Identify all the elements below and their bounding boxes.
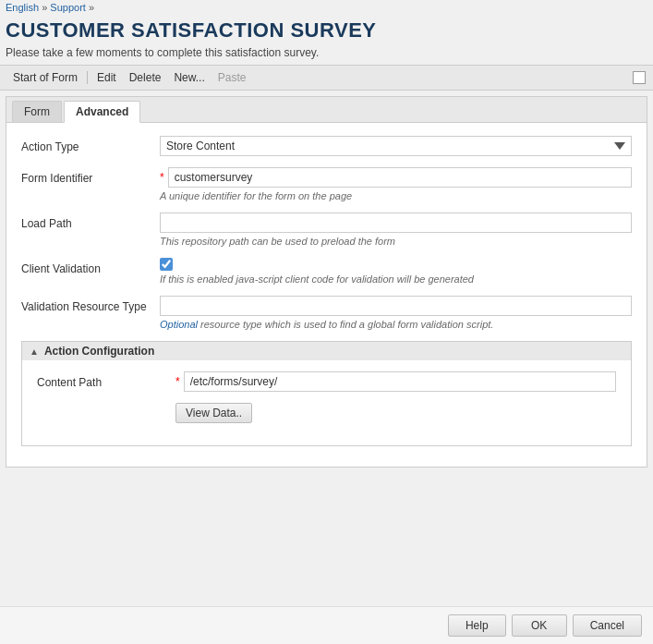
toolbar: Start of Form Edit Delete New... Paste	[0, 65, 653, 91]
validation-resource-type-field: Optional resource type which is used to …	[160, 296, 632, 330]
client-validation-label: Client Validation	[21, 258, 160, 277]
load-path-field: This repository path can be used to prel…	[160, 213, 632, 247]
client-validation-checkbox-row	[160, 258, 632, 271]
action-type-field: Store Content Forward Reset	[160, 136, 632, 156]
hint-rest: resource type which is used to find a gl…	[198, 319, 493, 330]
main-panel: Form Advanced Action Type Store Content …	[6, 96, 647, 468]
validation-resource-type-hint: Optional resource type which is used to …	[160, 319, 632, 330]
breadcrumb-support[interactable]: Support	[50, 2, 86, 13]
breadcrumb-sep1: »	[42, 2, 47, 13]
page-subtitle: Please take a few moments to complete th…	[6, 46, 647, 59]
page-header: CUSTOMER SATISFACTION SURVEY Please take…	[0, 15, 653, 65]
ok-button[interactable]: OK	[512, 614, 567, 637]
form-identifier-label: Form Identifier	[21, 167, 160, 187]
load-path-hint: This repository path can be used to prel…	[160, 236, 632, 247]
collapse-icon: ▲	[30, 346, 39, 357]
load-path-input[interactable]	[160, 213, 632, 233]
content-path-field: * View Data..	[175, 371, 616, 423]
breadcrumb: English » Support »	[0, 0, 653, 15]
hint-optional: Optional	[160, 319, 198, 330]
help-button[interactable]: Help	[448, 614, 506, 637]
cancel-button[interactable]: Cancel	[573, 614, 642, 637]
client-validation-row: Client Validation If this is enabled jav…	[21, 258, 632, 285]
page-title: CUSTOMER SATISFACTION SURVEY	[6, 18, 647, 43]
action-type-row: Action Type Store Content Forward Reset	[21, 136, 632, 156]
toolbar-separator-1	[87, 71, 88, 84]
toolbar-new[interactable]: New...	[168, 69, 210, 86]
form-identifier-hint: A unique identifier for the form on the …	[160, 190, 632, 201]
form-identifier-input[interactable]	[168, 167, 632, 188]
load-path-row: Load Path This repository path can be us…	[21, 213, 632, 247]
toolbar-edit[interactable]: Edit	[91, 69, 122, 86]
toolbar-start-of-form[interactable]: Start of Form	[7, 69, 83, 86]
client-validation-hint: If this is enabled java-script client co…	[160, 273, 632, 285]
toolbar-delete[interactable]: Delete	[124, 69, 167, 86]
tab-advanced[interactable]: Advanced	[64, 101, 140, 123]
toolbar-paste[interactable]: Paste	[212, 69, 252, 86]
action-config-header[interactable]: ▲ Action Configuration	[22, 342, 631, 360]
footer-buttons: Help OK Cancel	[0, 606, 653, 644]
validation-resource-type-input[interactable]	[160, 296, 632, 316]
action-config-label: Action Configuration	[44, 345, 154, 358]
form-identifier-required: *	[160, 171, 164, 184]
client-validation-checkbox[interactable]	[160, 258, 173, 271]
form-content: Action Type Store Content Forward Reset …	[6, 123, 647, 467]
validation-resource-type-row: Validation Resource Type Optional resour…	[21, 296, 632, 330]
content-path-label: Content Path	[37, 371, 175, 391]
view-data-button[interactable]: View Data..	[175, 403, 252, 423]
tab-form[interactable]: Form	[12, 101, 62, 122]
form-identifier-field: * A unique identifier for the form on th…	[160, 167, 632, 201]
form-identifier-row: Form Identifier * A unique identifier fo…	[21, 167, 632, 201]
content-path-input[interactable]	[184, 371, 616, 392]
action-type-label: Action Type	[21, 136, 160, 155]
validation-resource-type-label: Validation Resource Type	[21, 296, 160, 315]
breadcrumb-sep2: »	[89, 2, 94, 13]
breadcrumb-english[interactable]: English	[6, 2, 39, 13]
action-type-select[interactable]: Store Content Forward Reset	[160, 136, 632, 156]
load-path-label: Load Path	[21, 213, 160, 232]
toolbar-checkbox-icon[interactable]	[633, 71, 646, 84]
action-config-body: Content Path * View Data..	[22, 360, 631, 445]
tabs-bar: Form Advanced	[6, 97, 647, 123]
action-config-section: ▲ Action Configuration Content Path *	[21, 341, 632, 446]
content-path-row: Content Path * View Data..	[37, 371, 616, 423]
client-validation-field: If this is enabled java-script client co…	[160, 258, 632, 285]
content-path-required: *	[175, 375, 180, 388]
